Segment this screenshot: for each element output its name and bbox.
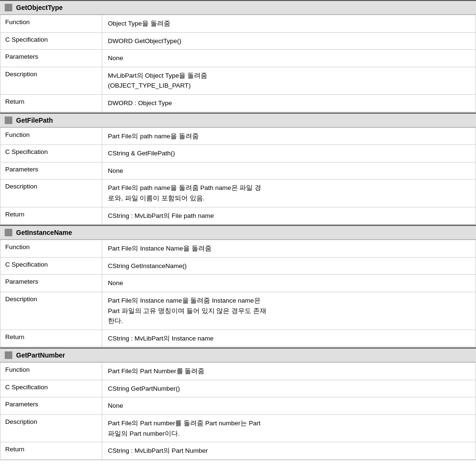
- section-icon-getpartnumber: [5, 351, 12, 359]
- row-label: Return: [0, 95, 102, 112]
- row-label: Description: [0, 292, 102, 330]
- section-title-getinstancename: GetInstanceName: [16, 229, 72, 236]
- row-label: C Specification: [0, 145, 102, 162]
- row-label: Return: [0, 207, 102, 224]
- row-value: Part File의 Instance Name을 돌려줌: [102, 240, 476, 257]
- row-label: Function: [0, 363, 102, 380]
- section-block-getpartnumber: FunctionPart File의 Part Number를 돌려줌C Spe…: [0, 362, 476, 460]
- table-row: ReturnCString : MvLibPart의 File path nam…: [0, 207, 476, 225]
- section-header-getobjecttype: GetObjectType: [0, 0, 476, 15]
- row-value: Part File의 Instance name을 돌려줌 Instance n…: [102, 292, 476, 330]
- table-row: DescriptionPart File의 Part number를 돌려줌 P…: [0, 415, 476, 442]
- row-value: None: [102, 275, 476, 292]
- row-value: None: [102, 397, 476, 414]
- table-row: C SpecificationDWORD GetObjectType(): [0, 33, 476, 50]
- table-row: FunctionPart File의 path name을 돌려줌: [0, 127, 476, 145]
- table-row: ReturnCString : MvLibPart의 Part Number: [0, 442, 476, 460]
- section-block-getobjecttype: FunctionObject Type을 돌려줌C SpecificationD…: [0, 15, 476, 113]
- section-title-getobjecttype: GetObjectType: [16, 4, 63, 11]
- row-label: C Specification: [0, 33, 102, 50]
- row-label: Description: [0, 179, 102, 206]
- section-icon-getfilepath: [5, 116, 12, 124]
- api-documentation: GetObjectTypeFunctionObject Type을 돌려줌C S…: [0, 0, 476, 460]
- row-label: Function: [0, 15, 102, 32]
- row-value: Part File의 Part Number를 돌려줌: [102, 363, 476, 380]
- table-row: FunctionObject Type을 돌려줌: [0, 15, 476, 33]
- section-title-getfilepath: GetFilePath: [16, 116, 53, 124]
- table-row: DescriptionMvLibPart의 Object Type을 돌려줌(O…: [0, 67, 476, 95]
- row-value: CString : MvLibPart의 File path name: [102, 207, 476, 224]
- table-row: FunctionPart File의 Part Number를 돌려줌: [0, 362, 476, 380]
- table-row: FunctionPart File의 Instance Name을 돌려줌: [0, 240, 476, 258]
- row-label: Parameters: [0, 50, 102, 67]
- table-row: ParametersNone: [0, 50, 476, 67]
- row-value: Part File의 path name을 돌려줌 Path name은 파일 …: [102, 179, 476, 206]
- table-row: C SpecificationCString GetInstanceName(): [0, 258, 476, 275]
- row-label: Parameters: [0, 162, 102, 179]
- table-row: ReturnDWORD : Object Type: [0, 95, 476, 112]
- row-value: Object Type을 돌려줌: [102, 15, 476, 32]
- table-row: C SpecificationCString & GetFilePath(): [0, 145, 476, 162]
- row-label: Description: [0, 415, 102, 442]
- row-label: C Specification: [0, 258, 102, 275]
- table-row: DescriptionPart File의 path name을 돌려줌 Pat…: [0, 179, 476, 207]
- table-row: ParametersNone: [0, 162, 476, 180]
- row-value: CString GetPartNumber(): [102, 380, 476, 397]
- row-label: Parameters: [0, 397, 102, 414]
- row-value: CString & GetFilePath(): [102, 145, 476, 162]
- row-label: Return: [0, 330, 102, 347]
- row-value: CString : MvLibPart의 Instance name: [102, 330, 476, 347]
- table-row: ParametersNone: [0, 275, 476, 292]
- section-block-getinstancename: FunctionPart File의 Instance Name을 돌려줌C S…: [0, 240, 476, 348]
- section-header-getinstancename: GetInstanceName: [0, 225, 476, 240]
- row-value: MvLibPart의 Object Type을 돌려줌(OBJECT_TYPE_…: [102, 67, 476, 94]
- table-row: C SpecificationCString GetPartNumber(): [0, 380, 476, 398]
- section-header-getpartnumber: GetPartNumber: [0, 348, 476, 362]
- row-value: DWORD GetObjectType(): [102, 33, 476, 50]
- section-block-getfilepath: FunctionPart File의 path name을 돌려줌C Speci…: [0, 127, 476, 225]
- table-row: ParametersNone: [0, 397, 476, 415]
- row-value: CString : MvLibPart의 Part Number: [102, 442, 476, 459]
- row-label: Function: [0, 128, 102, 145]
- row-value: None: [102, 162, 476, 179]
- row-label: Return: [0, 442, 102, 459]
- row-value: Part File의 path name을 돌려줌: [102, 128, 476, 145]
- row-label: Parameters: [0, 275, 102, 292]
- row-label: Description: [0, 67, 102, 94]
- section-header-getfilepath: GetFilePath: [0, 113, 476, 127]
- row-label: Function: [0, 240, 102, 257]
- section-icon-getobjecttype: [5, 4, 12, 11]
- section-icon-getinstancename: [5, 229, 12, 236]
- row-label: C Specification: [0, 380, 102, 397]
- row-value: Part File의 Part number를 돌려줌 Part number는…: [102, 415, 476, 442]
- row-value: None: [102, 50, 476, 67]
- row-value: DWORD : Object Type: [102, 95, 476, 112]
- row-value: CString GetInstanceName(): [102, 258, 476, 275]
- table-row: DescriptionPart File의 Instance name을 돌려줌…: [0, 292, 476, 330]
- table-row: ReturnCString : MvLibPart의 Instance name: [0, 330, 476, 348]
- section-title-getpartnumber: GetPartNumber: [16, 351, 65, 359]
